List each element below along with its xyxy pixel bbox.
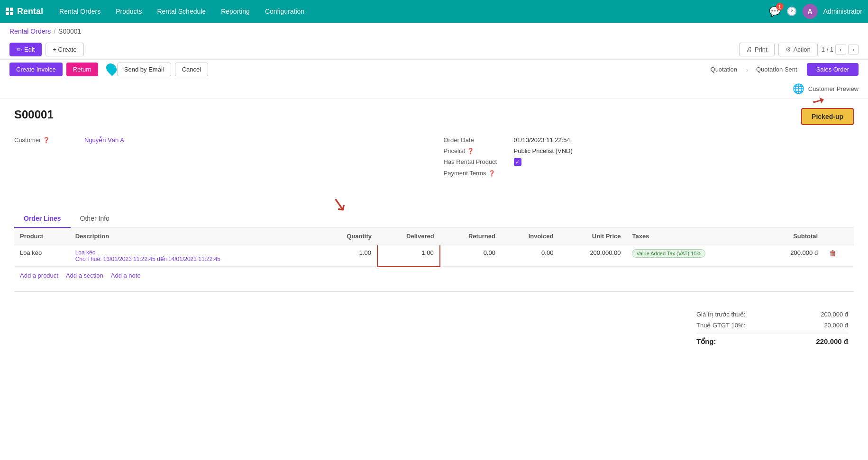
customer-preview-bar: 🌐 Customer Preview [0, 79, 868, 99]
vat-badge[interactable]: Value Added Tax (VAT) 10% [632, 249, 705, 258]
pretax-label: Giá trị trước thuế: [696, 311, 745, 318]
left-details: Customer ❓ Nguyễn Văn A [14, 135, 425, 179]
right-details: Order Date 01/13/2023 11:22:54 Pricelist… [444, 135, 854, 179]
invoiced-value: 0.00 [541, 249, 553, 256]
pricelist-help-icon[interactable]: ❓ [467, 148, 474, 154]
payment-terms-field: Payment Terms ❓ [444, 168, 854, 179]
pagination-next[interactable]: › [848, 45, 859, 54]
pagination: 1 / 1 ‹ › [822, 45, 859, 54]
topnav: Rental Rental Orders Products Rental Sch… [0, 0, 868, 23]
cell-invoiced: 0.00 [501, 245, 559, 267]
col-product: Product [14, 228, 70, 245]
breadcrumb: Rental Orders / S00001 [0, 23, 868, 40]
order-id: S00001 [14, 108, 54, 121]
add-note-link[interactable]: Add a note [111, 272, 141, 279]
breadcrumb-separator: / [54, 27, 55, 35]
print-icon: 🖨 [746, 46, 752, 53]
picked-up-button[interactable]: Picked-up [801, 108, 854, 125]
arrow-down-icon: ↘ [329, 191, 349, 216]
cell-product: Loa kéo [14, 245, 70, 267]
customer-value[interactable]: Nguyễn Văn A [84, 136, 124, 144]
nav-rental-orders[interactable]: Rental Orders [53, 4, 107, 19]
payment-terms-help-icon[interactable]: ❓ [488, 170, 495, 177]
tab-other-info[interactable]: Other Info [71, 210, 119, 228]
breadcrumb-parent[interactable]: Rental Orders [9, 27, 51, 35]
pricelist-value: Public Pricelist (VND) [514, 147, 573, 154]
col-delivered: Delivered [377, 228, 440, 245]
nav-products[interactable]: Products [109, 4, 148, 19]
product-desc-main[interactable]: Loa kéo [75, 249, 314, 256]
order-details: Customer ❓ Nguyễn Văn A Order Date 01/13… [14, 135, 854, 179]
globe-icon: 🌐 [793, 83, 804, 94]
main-content: S00001 ➚ Picked-up Customer ❓ Nguyễn Văn… [0, 99, 868, 362]
picked-up-area: ➚ Picked-up [801, 108, 854, 125]
step-quotation: Quotation [701, 63, 747, 76]
pricelist-label: Pricelist ❓ [444, 147, 510, 154]
print-button[interactable]: 🖨 Print [739, 43, 775, 56]
create-invoice-button[interactable]: Create Invoice [9, 63, 63, 76]
col-invoiced: Invoiced [501, 228, 559, 245]
topnav-right: 💬 1 🕐 A Administrator [769, 4, 862, 19]
edit-icon: ✏ [17, 46, 22, 53]
cell-returned: 0.00 [440, 245, 501, 267]
col-subtotal: Subtotal [762, 228, 824, 245]
vat-value: 20.000 đ [791, 322, 848, 329]
total-value: 220.000 đ [791, 337, 848, 346]
create-button[interactable]: + Create [46, 43, 83, 56]
col-actions [823, 228, 854, 245]
has-rental-checkbox[interactable] [514, 158, 521, 166]
quantity-value: 1.00 [359, 249, 371, 256]
table-row: Loa kéo Loa kéo Cho Thuê: 13/01/2023 11:… [14, 245, 854, 267]
cancel-button[interactable]: Cancel [175, 63, 208, 76]
col-taxes: Taxes [626, 228, 761, 245]
product-name: Loa kéo [20, 249, 42, 256]
order-table: Product Description Quantity Delivered R… [14, 228, 854, 267]
divider [14, 291, 854, 292]
nav-configuration[interactable]: Configuration [258, 4, 311, 19]
order-header: S00001 ➚ Picked-up [14, 108, 854, 125]
customer-help-icon[interactable]: ❓ [43, 137, 50, 144]
product-desc-sub: Cho Thuê: 13/01/2023 11:22:45 đến 14/01/… [75, 256, 314, 262]
return-button[interactable]: Return [66, 63, 98, 76]
customer-preview-button[interactable]: 🌐 Customer Preview [793, 83, 859, 94]
pretax-value: 200.000 đ [791, 311, 848, 318]
pagination-text: 1 / 1 [822, 46, 833, 53]
cell-delivered: 1.00 [377, 245, 440, 267]
grid-icon [6, 8, 13, 15]
vat-label: Thuế GTGT 10%: [696, 322, 745, 329]
delete-row-icon[interactable]: 🗑 [829, 249, 837, 257]
status-steps: Quotation Quotation Sent Sales Order [701, 63, 859, 76]
add-section-link[interactable]: Add a section [66, 272, 103, 279]
pricelist-field: Pricelist ❓ Public Pricelist (VND) [444, 145, 854, 156]
col-description: Description [70, 228, 320, 245]
cell-description: Loa kéo Cho Thuê: 13/01/2023 11:22:45 đế… [70, 245, 320, 267]
total-row: Tổng: 220.000 đ [696, 333, 848, 348]
totals-section: Giá trị trước thuế: 200.000 đ Thuế GTGT … [14, 299, 854, 352]
cell-unit-price: 200,000.00 [559, 245, 626, 267]
pretax-row: Giá trị trước thuế: 200.000 đ [696, 309, 848, 320]
add-product-link[interactable]: Add a product [20, 272, 58, 279]
edit-button[interactable]: ✏ Edit [9, 43, 42, 56]
action-button[interactable]: ⚙ Action [778, 43, 818, 56]
nav-rental-schedule[interactable]: Rental Schedule [150, 4, 212, 19]
cell-delete: 🗑 [823, 245, 854, 267]
send-email-button[interactable]: Send by Email [117, 63, 171, 76]
user-avatar[interactable]: A [803, 4, 818, 19]
subtotal-value: 200.000 đ [790, 249, 818, 256]
step-quotation-sent: Quotation Sent [747, 63, 807, 76]
gear-icon: ⚙ [786, 46, 791, 53]
clock-button[interactable]: 🕐 [786, 6, 797, 17]
app-name: Rental [17, 7, 43, 17]
returned-value: 0.00 [484, 249, 495, 256]
user-name-label[interactable]: Administrator [823, 8, 862, 15]
chat-button[interactable]: 💬 1 [769, 6, 781, 17]
tab-order-lines[interactable]: Order Lines [14, 210, 71, 228]
order-date-value: 01/13/2023 11:22:54 [514, 136, 570, 144]
pagination-prev[interactable]: ‹ [835, 45, 846, 54]
col-returned: Returned [440, 228, 501, 245]
nav-reporting[interactable]: Reporting [214, 4, 256, 19]
app-logo[interactable]: Rental [6, 7, 43, 17]
cell-subtotal: 200.000 đ [762, 245, 824, 267]
unit-price-value: 200,000.00 [590, 249, 621, 256]
action-bar: ✏ Edit + Create 🖨 Print ⚙ Action 1 / 1 ‹… [0, 40, 868, 59]
